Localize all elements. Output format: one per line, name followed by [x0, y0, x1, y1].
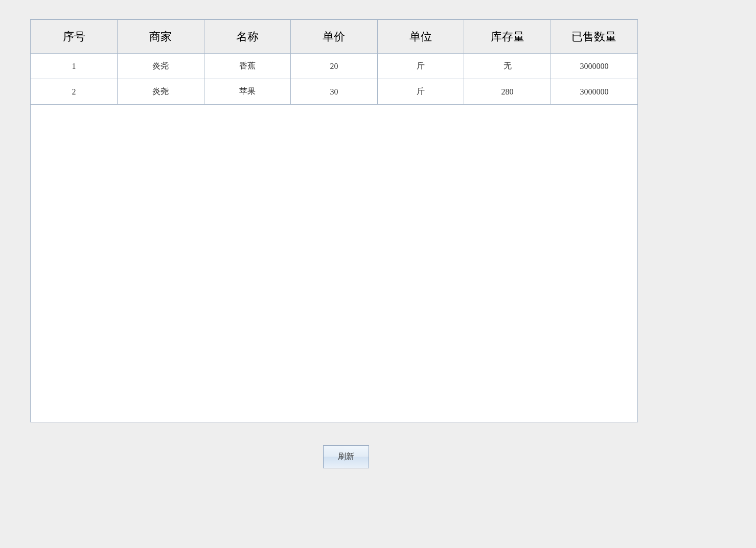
table-row[interactable]: 2 炎尧 苹果 30 斤 280 3000000 [31, 79, 637, 105]
header-merchant: 商家 [118, 20, 204, 54]
table-row[interactable]: 1 炎尧 香蕉 20 斤 无 3000000 [31, 54, 637, 79]
cell-sold: 3000000 [551, 54, 637, 79]
cell-index: 2 [31, 79, 118, 105]
header-index: 序号 [31, 20, 118, 54]
cell-unit: 斤 [377, 54, 464, 79]
cell-stock: 无 [464, 54, 551, 79]
cell-unit: 斤 [377, 79, 464, 105]
cell-index: 1 [31, 54, 118, 79]
header-price: 单价 [291, 20, 378, 54]
table-header-row: 序号 商家 名称 单价 单位 库存量 已售数量 [31, 20, 637, 54]
cell-price: 20 [291, 54, 378, 79]
header-name: 名称 [204, 20, 291, 54]
header-unit: 单位 [377, 20, 464, 54]
refresh-button[interactable]: 刷新 [323, 445, 369, 468]
cell-name: 香蕉 [204, 54, 291, 79]
cell-merchant: 炎尧 [118, 79, 204, 105]
product-table: 序号 商家 名称 单价 单位 库存量 已售数量 1 炎尧 香蕉 20 斤 无 3… [31, 19, 637, 105]
cell-merchant: 炎尧 [118, 54, 204, 79]
header-sold: 已售数量 [551, 20, 637, 54]
product-table-container: 序号 商家 名称 单价 单位 库存量 已售数量 1 炎尧 香蕉 20 斤 无 3… [30, 19, 638, 422]
header-stock: 库存量 [464, 20, 551, 54]
cell-stock: 280 [464, 79, 551, 105]
cell-name: 苹果 [204, 79, 291, 105]
cell-sold: 3000000 [551, 79, 637, 105]
cell-price: 30 [291, 79, 378, 105]
